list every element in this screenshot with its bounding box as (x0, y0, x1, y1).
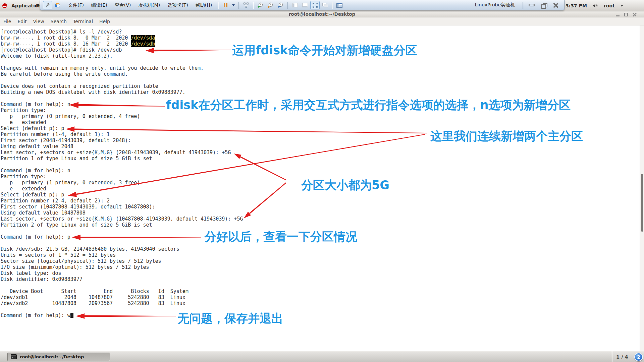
toolbar-separator (332, 2, 332, 9)
pin-toolbar-button[interactable] (43, 1, 52, 9)
task-button-label: root@localhost:~/Desktop (20, 354, 84, 359)
scrollbar-thumb[interactable] (641, 174, 643, 232)
user-menu[interactable]: root (602, 3, 616, 8)
terminal-line: p primary (1 primary, 0 extended, 3 free… (1, 180, 243, 186)
snapshot-revert-icon (267, 2, 273, 8)
terminal-line (1, 240, 243, 246)
vmware-menu-item[interactable]: 选项卡(T) (164, 0, 192, 10)
power-options-dropdown[interactable] (231, 1, 236, 9)
terminal-line: Changes will remain in memory only, unti… (1, 65, 243, 71)
terminal-line: Last sector, +sectors or +size{K,M,G} (1… (1, 216, 243, 222)
terminal-line: Welcome to fdisk (util-linux 2.23.2). (1, 53, 243, 59)
toolbar-separator (287, 2, 288, 9)
terminal-menu-item[interactable]: Terminal (73, 19, 93, 24)
terminal-line (1, 282, 243, 288)
send-ctrl-alt-del-button[interactable] (241, 1, 251, 9)
vmware-logo-button[interactable] (53, 1, 62, 9)
terminal-line: Command (m for help): n (1, 168, 243, 174)
maximize-icon[interactable] (624, 13, 628, 16)
vm-tab-title[interactable]: LinuxProbe实验机 (475, 2, 520, 8)
terminal-icon (11, 354, 17, 359)
terminal-line: Building a new DOS disklabel with disk i… (1, 89, 243, 95)
workspace-pager[interactable]: 1 / 4 2 (612, 351, 644, 362)
terminal-window-title: root@localhost:~/Desktop (0, 11, 644, 17)
highlighted-device-name: /dev/sda (131, 35, 155, 41)
vmware-menubar: 文件(F)编辑(E)查看(V)虚拟机(M)选项卡(T)帮助(H) (64, 0, 216, 10)
toolbar-separator (253, 2, 253, 9)
highlighted-device-name: /dev/sdb (131, 41, 155, 47)
terminal-line: e extended (1, 119, 243, 125)
unity-icon (322, 3, 328, 7)
terminal-line (1, 228, 243, 234)
thumbnail-bar-button[interactable] (300, 1, 310, 9)
terminal-menu-item[interactable]: Help (99, 19, 110, 24)
taskbar-task-button[interactable]: root@localhost:~/Desktop (7, 353, 110, 361)
fullscreen-button[interactable] (310, 1, 320, 9)
terminal-line: p primary (0 primary, 0 extended, 4 free… (1, 113, 243, 119)
take-snapshot-button[interactable] (256, 1, 265, 9)
suspend-vm-button[interactable] (221, 1, 230, 9)
vmware-menu-item[interactable]: 帮助(H) (192, 0, 216, 10)
terminal-menu-item[interactable]: Edit (17, 19, 26, 24)
terminal-line: Partition type: (1, 174, 243, 180)
vmware-menu-item[interactable]: 文件(F) (64, 0, 88, 10)
toolbar-separator (218, 2, 218, 9)
console-view-icon (336, 3, 342, 8)
vmware-logo-icon (55, 2, 61, 8)
pushpin-icon (45, 2, 50, 8)
vmware-menu-item[interactable]: 编辑(E) (88, 0, 111, 10)
vmware-toolbar: 文件(F)编辑(E)查看(V)虚拟机(M)选项卡(T)帮助(H) (40, 0, 565, 10)
terminal-line: First sector (10487808-41943039, default… (1, 204, 243, 210)
terminal-line: Select (default p): p (1, 125, 243, 131)
terminal-menu-item[interactable]: View (33, 19, 44, 24)
dropdown-caret-icon (232, 4, 235, 6)
terminal-line (1, 95, 243, 101)
snapshot-take-icon (257, 2, 263, 8)
terminal-line: brw-rw----. 1 root disk 8, 0 Mar 2 2020 … (1, 35, 243, 41)
close-icon[interactable] (553, 3, 558, 8)
terminal-line: Select (default p): p (1, 192, 243, 198)
terminal-line: /dev/sdb1 2048 10487807 5242880 83 Linux (1, 294, 243, 300)
terminal-line (1, 162, 243, 168)
toolbar-separator (238, 2, 239, 9)
manage-snapshots-button[interactable] (276, 1, 285, 9)
screen: root@localhost:~/Desktop FileEditViewSea… (0, 0, 644, 362)
close-icon[interactable] (633, 12, 637, 16)
terminal-line: [root@localhost Desktop]# fdisk /dev/sdb (1, 47, 243, 53)
show-library-button[interactable] (290, 1, 300, 9)
terminal-menu-item[interactable]: File (3, 19, 11, 24)
revert-snapshot-button[interactable] (266, 1, 275, 9)
terminal-line: Be careful before using the write comman… (1, 71, 243, 77)
terminal-line (1, 306, 243, 312)
terminal-line: Device does not contain a recognized par… (1, 83, 243, 89)
vmware-menu-item[interactable]: 查看(V) (111, 0, 135, 10)
terminal-line: Disk label type: dos (1, 270, 243, 276)
terminal-window-controls (616, 12, 637, 16)
terminal-scrollbar[interactable] (640, 25, 644, 351)
taskbar: root@localhost:~/Desktop 1 / 4 2 (0, 351, 644, 362)
terminal-line: Device Boot Start End Blocks Id System (1, 288, 243, 294)
terminal-line: Using default value 2048 (1, 143, 243, 149)
terminal-window: root@localhost:~/Desktop FileEditViewSea… (0, 11, 644, 351)
ctrl-alt-del-icon (243, 2, 249, 8)
restore-icon[interactable] (541, 3, 546, 7)
badge-count: 2 (637, 354, 640, 360)
terminal-menu-item[interactable]: Search (51, 19, 67, 24)
terminal-line: Partition 2 of type Linux and of size 5 … (1, 222, 243, 228)
terminal-line: Last sector, +sectors or +size{K,M,G} (2… (1, 149, 243, 156)
clock[interactable]: 3:37 PM (564, 3, 588, 8)
vmware-menu-item[interactable]: 虚拟机(M) (135, 0, 164, 10)
thumbnail-bar-icon (302, 3, 308, 7)
unity-button[interactable] (320, 1, 330, 9)
terminal-titlebar[interactable]: root@localhost:~/Desktop (0, 11, 644, 17)
terminal-line: Partition type: (1, 107, 243, 113)
notification-badge[interactable]: 2 (634, 353, 643, 361)
console-view-button[interactable] (335, 1, 344, 9)
minimize-icon[interactable] (616, 13, 620, 16)
toolbar-separator (523, 2, 523, 9)
show-library-icon (292, 3, 298, 7)
minimize-icon[interactable] (529, 4, 535, 6)
terminal-line: Disk identifier: 0x09883977 (1, 276, 243, 282)
speaker-icon[interactable] (593, 3, 598, 8)
terminal-line: I/O size (minimum/optimal): 512 bytes / … (1, 264, 243, 270)
